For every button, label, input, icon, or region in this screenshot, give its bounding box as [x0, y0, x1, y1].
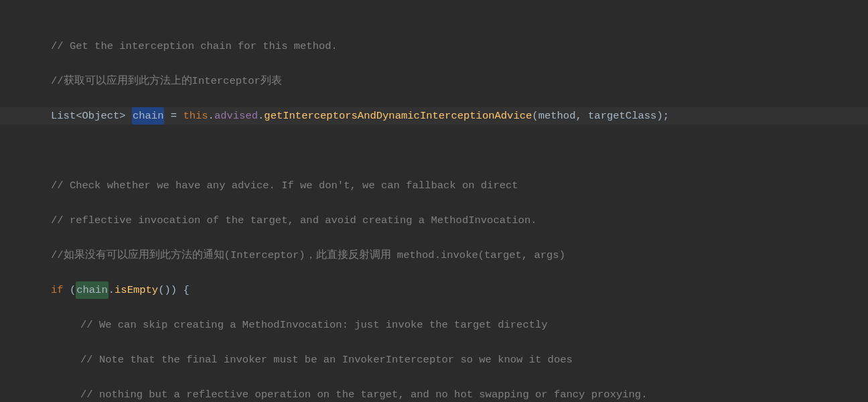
- blank-line: [0, 142, 868, 159]
- comment: //如果没有可以应用到此方法的通知(Interceptor)，此直接反射调用 m…: [51, 247, 565, 264]
- method-call: getInterceptorsAndDynamicInterceptionAdv…: [264, 107, 532, 125]
- code-line: // Note that the final invoker must be a…: [0, 351, 868, 368]
- var-chain-usage: chain: [76, 281, 108, 299]
- comment: // We can skip creating a MethodInvocati…: [80, 316, 548, 334]
- comment: // Get the interception chain for this m…: [51, 38, 338, 55]
- code-line: // Check whether we have any advice. If …: [0, 177, 868, 194]
- keyword-if: if: [51, 281, 70, 299]
- code-line: // We can skip creating a MethodInvocati…: [0, 316, 868, 334]
- keyword-this: this: [183, 107, 208, 125]
- var-chain-selected: chain: [132, 107, 165, 125]
- code-line: // nothing but a reflective operation on…: [0, 386, 868, 402]
- type: List: [51, 107, 76, 125]
- code-line: if (chain.isEmpty()) {: [0, 281, 868, 299]
- comment: // Note that the final invoker must be a…: [80, 351, 573, 368]
- comment: // reflective invocation of the target, …: [51, 212, 537, 229]
- code-line: //如果没有可以应用到此方法的通知(Interceptor)，此直接反射调用 m…: [0, 247, 868, 264]
- method-call: isEmpty: [115, 281, 158, 299]
- comment: // nothing but a reflective operation on…: [80, 386, 647, 402]
- code-line: // Get the interception chain for this m…: [0, 38, 868, 55]
- code-line-current: List<Object> chain = this.advised.getInt…: [0, 107, 868, 125]
- comment: // Check whether we have any advice. If …: [51, 177, 518, 194]
- comment: //获取可以应用到此方法上的Interceptor列表: [51, 72, 282, 90]
- field-advised: advised: [214, 107, 258, 125]
- code-line: // reflective invocation of the target, …: [0, 212, 868, 229]
- code-line: //获取可以应用到此方法上的Interceptor列表: [0, 72, 868, 90]
- code-editor[interactable]: // Get the interception chain for this m…: [0, 0, 868, 402]
